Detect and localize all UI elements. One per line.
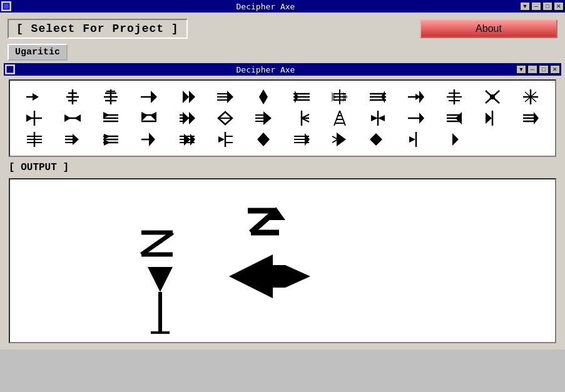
top-bar: [ Select For Project ] About	[4, 16, 561, 41]
svg-marker-111	[104, 134, 110, 139]
output-symbols-container	[10, 179, 555, 342]
symbol-cell[interactable]	[207, 108, 244, 128]
symbol-cell[interactable]	[54, 87, 91, 107]
svg-marker-56	[74, 114, 81, 122]
svg-marker-67	[183, 112, 189, 124]
symbol-cell[interactable]	[397, 108, 434, 128]
output-label: [ OUTPUT ]	[4, 159, 561, 176]
svg-marker-124	[257, 133, 270, 146]
svg-marker-87	[378, 115, 385, 121]
svg-marker-129	[337, 133, 346, 146]
ugaritic-button[interactable]: Ugaritic	[8, 44, 68, 61]
symbol-cell[interactable]	[54, 108, 91, 128]
symbol-cell[interactable]	[397, 87, 434, 107]
svg-marker-105	[73, 134, 79, 145]
symbol-cell[interactable]	[169, 108, 206, 128]
svg-marker-4	[33, 93, 39, 101]
svg-marker-66	[189, 112, 195, 124]
svg-marker-86	[371, 115, 378, 121]
symbol-cell[interactable]	[16, 108, 53, 128]
about-button[interactable]: About	[420, 19, 557, 38]
dropdown-btn-2[interactable]: ▼	[516, 65, 526, 74]
symbol-cell[interactable]	[321, 108, 358, 128]
symbol-cell[interactable]	[207, 129, 244, 149]
svg-rect-1	[4, 4, 9, 9]
svg-marker-112	[104, 139, 110, 146]
symbol-cell[interactable]	[283, 108, 320, 128]
symbol-cell[interactable]	[283, 87, 320, 107]
svg-marker-55	[64, 114, 71, 122]
svg-marker-36	[381, 91, 385, 103]
minimize-btn-1[interactable]: ─	[531, 2, 541, 11]
maximize-btn-2[interactable]: □	[539, 65, 549, 74]
svg-marker-118	[184, 134, 190, 146]
symbol-cell[interactable]	[474, 87, 511, 107]
app-icon	[1, 1, 11, 11]
svg-marker-26	[295, 91, 298, 103]
symbol-cell[interactable]	[435, 87, 472, 107]
symbol-cell[interactable]	[435, 129, 472, 149]
symbol-cell[interactable]	[131, 87, 168, 107]
svg-marker-134	[409, 136, 415, 143]
output-area	[9, 178, 556, 343]
symbol-cell[interactable]	[93, 87, 130, 107]
symbol-cell[interactable]	[169, 87, 206, 107]
symbol-cell[interactable]	[16, 129, 53, 149]
symbol-cell[interactable]	[359, 108, 396, 128]
svg-marker-99	[534, 112, 539, 124]
dropdown-btn-1[interactable]: ▼	[520, 2, 530, 11]
symbol-cell[interactable]	[283, 129, 320, 149]
symbol-cell[interactable]	[359, 87, 396, 107]
title-bar-2: Decipher Axe ▼ ─ □ ✕	[4, 63, 561, 76]
symbol-cell[interactable]	[207, 87, 244, 107]
title-text-2: Decipher Axe	[15, 65, 516, 74]
symbol-cell[interactable]	[321, 87, 358, 107]
svg-point-46	[490, 94, 495, 99]
symbol-grid	[9, 79, 556, 157]
svg-marker-53	[26, 114, 33, 122]
symbol-cell[interactable]	[245, 87, 282, 107]
app-icon-2	[5, 64, 15, 74]
svg-marker-95	[486, 113, 492, 124]
symbol-cell[interactable]	[397, 129, 434, 149]
svg-marker-64	[150, 112, 156, 121]
svg-marker-119	[190, 134, 195, 146]
window-controls-2: ▼ ─ □ ✕	[516, 65, 561, 74]
symbol-cell[interactable]	[54, 129, 91, 149]
minimize-btn-2[interactable]: ─	[527, 65, 537, 74]
svg-marker-22	[259, 89, 268, 104]
svg-marker-121	[218, 136, 225, 143]
svg-marker-135	[452, 133, 459, 146]
select-project-button[interactable]: [ Select For Project ]	[8, 19, 188, 39]
title-text-1: Decipher Axe	[11, 2, 520, 11]
symbol-cell[interactable]	[474, 108, 511, 128]
symbol-cell[interactable]	[169, 129, 206, 149]
symbol-cell[interactable]	[359, 129, 396, 149]
symbol-cell[interactable]	[93, 108, 130, 128]
symbol-cell[interactable]	[512, 108, 549, 128]
main-window: [ Select For Project ] About Ugaritic De…	[0, 13, 565, 349]
svg-marker-146	[229, 254, 310, 298]
close-btn-2[interactable]: ✕	[550, 65, 560, 74]
symbol-cell[interactable]	[321, 129, 358, 149]
symbol-cell[interactable]	[245, 129, 282, 149]
svg-marker-128	[305, 133, 310, 146]
svg-marker-93	[456, 112, 462, 124]
svg-marker-132	[370, 133, 382, 146]
maximize-btn-1[interactable]: □	[542, 2, 552, 11]
title-bar-1: Decipher Axe ▼ ─ □ ✕	[0, 0, 565, 13]
svg-marker-72	[263, 111, 272, 125]
symbol-cell[interactable]	[245, 108, 282, 128]
symbol-cell[interactable]	[93, 129, 130, 149]
close-btn-1[interactable]: ✕	[554, 2, 564, 11]
symbol-cell[interactable]	[16, 87, 53, 107]
symbol-cell[interactable]	[435, 108, 472, 128]
symbol-cell[interactable]	[131, 108, 168, 128]
svg-line-137	[141, 233, 173, 254]
symbol-cell[interactable]	[512, 87, 549, 107]
svg-marker-63	[141, 112, 148, 121]
output-symbol-2	[242, 198, 298, 254]
svg-line-143	[251, 211, 276, 233]
symbol-cell[interactable]	[131, 129, 168, 149]
ugaritic-bar: Ugaritic	[4, 41, 561, 63]
